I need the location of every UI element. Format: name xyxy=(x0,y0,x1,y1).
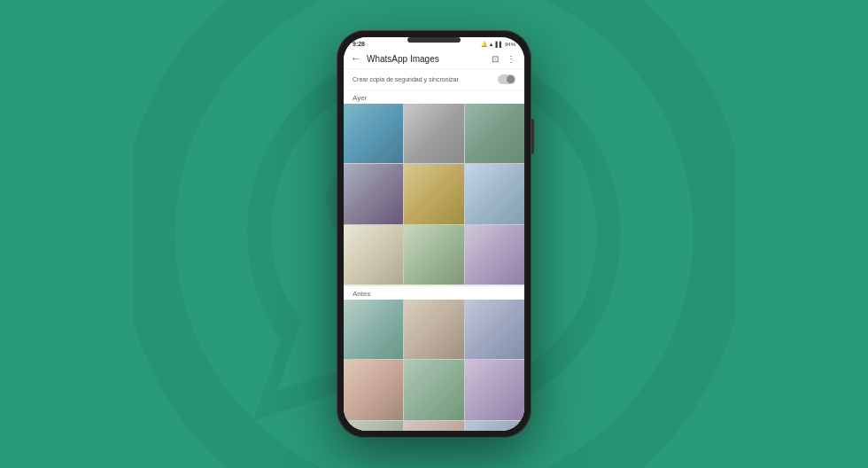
app-bar: ← WhatsApp Images ⊡ ⋮ xyxy=(344,49,524,69)
battery-icon: 94% xyxy=(505,42,515,47)
grid-cell[interactable] xyxy=(404,421,463,431)
grid-cell[interactable] xyxy=(465,300,524,359)
sync-label: Crear copia de seguridad y sincronizar xyxy=(353,76,459,82)
grid-cell[interactable] xyxy=(404,225,463,285)
grid-cell[interactable] xyxy=(465,104,524,163)
grid-cell[interactable] xyxy=(344,164,403,223)
grid-cell[interactable] xyxy=(465,164,524,223)
grid-cell[interactable] xyxy=(404,300,463,359)
section-label-antes: Antes xyxy=(344,286,524,300)
wifi-icon: ▲ xyxy=(489,42,494,47)
grid-cell[interactable] xyxy=(344,225,403,285)
grid-cell[interactable] xyxy=(344,421,403,431)
grid-cell[interactable] xyxy=(404,164,463,223)
grid-cell[interactable] xyxy=(344,360,403,419)
grid-cell[interactable] xyxy=(465,225,524,285)
sync-backup-row[interactable]: Crear copia de seguridad y sincronizar xyxy=(344,69,524,90)
grid-cell[interactable] xyxy=(465,421,524,431)
notification-icon: 🔔 xyxy=(481,41,487,47)
status-icons: 🔔 ▲ ▌▌ 94% xyxy=(481,41,515,47)
grid-cell[interactable] xyxy=(344,300,403,359)
grid-cell[interactable] xyxy=(404,360,463,419)
phone-device: 9:28 🔔 ▲ ▌▌ 94% ← WhatsApp Images ⊡ ⋮ xyxy=(337,30,531,438)
grid-cell[interactable] xyxy=(344,104,403,163)
phone-body: 9:28 🔔 ▲ ▌▌ 94% ← WhatsApp Images ⊡ ⋮ xyxy=(337,30,531,438)
image-grid-ayer xyxy=(344,104,524,285)
grid-cell[interactable] xyxy=(404,104,463,163)
section-label-ayer: Ayer xyxy=(344,90,524,104)
image-grid-antes xyxy=(344,300,524,431)
phone-side-button xyxy=(531,119,534,154)
status-time: 9:28 xyxy=(353,41,365,47)
phone-screen: 9:28 🔔 ▲ ▌▌ 94% ← WhatsApp Images ⊡ ⋮ xyxy=(344,37,524,431)
cast-icon[interactable]: ⊡ xyxy=(489,54,501,64)
grid-cell[interactable] xyxy=(465,360,524,419)
phone-notch xyxy=(407,37,461,43)
signal-icon: ▌▌ xyxy=(495,42,503,47)
more-options-icon[interactable]: ⋮ xyxy=(505,54,517,64)
app-bar-title: WhatsApp Images xyxy=(367,54,484,64)
back-button[interactable]: ← xyxy=(351,52,361,65)
sync-toggle[interactable] xyxy=(498,74,515,84)
app-bar-actions: ⊡ ⋮ xyxy=(489,54,517,64)
